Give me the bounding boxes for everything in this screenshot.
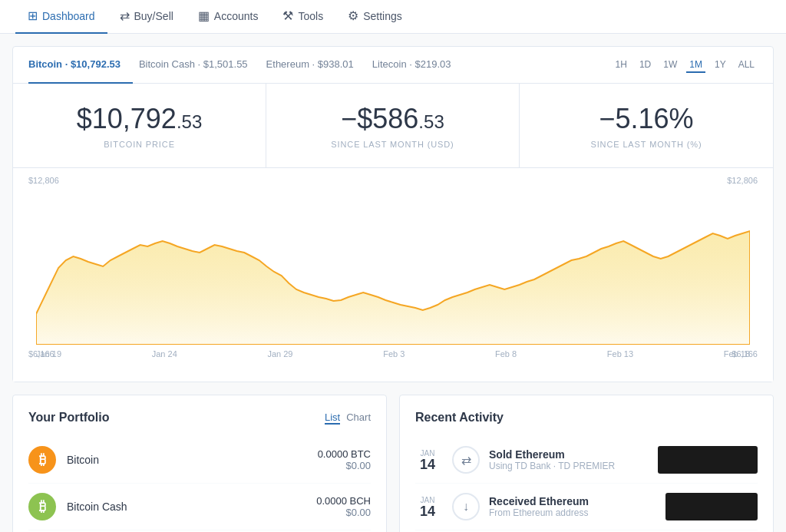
activity-subtitle-1: From Ethereum address bbox=[489, 507, 665, 518]
tab-bitcoin[interactable]: Bitcoin · $10,792.53 bbox=[28, 47, 133, 84]
bitcoin-price-value: $10,792.53 bbox=[36, 102, 243, 135]
bch-name: Bitcoin Cash bbox=[67, 501, 316, 513]
activity-date-1: JAN 14 bbox=[415, 496, 440, 518]
time-filters: 1H 1D 1W 1M 1Y ALL bbox=[613, 58, 758, 73]
portfolio-chart-view[interactable]: Chart bbox=[346, 411, 371, 425]
bitcoin-amount: 0.0000 BTC bbox=[318, 448, 371, 460]
nav-settings-label: Settings bbox=[363, 10, 402, 22]
filter-1d[interactable]: 1D bbox=[636, 58, 654, 73]
activity-item-1: JAN 14 ↓ Received Ethereum From Ethereum… bbox=[415, 484, 758, 530]
chart-svg bbox=[36, 176, 750, 345]
activity-title-0: Sold Ethereum bbox=[489, 448, 658, 461]
bch-amount: 0.0000 BCH bbox=[316, 495, 371, 507]
tab-bitcoin-cash[interactable]: Bitcoin Cash · $1,501.55 bbox=[139, 47, 260, 84]
top-nav: ⊞ Dashboard ⇄ Buy/Sell ▦ Accounts ⚒ Tool… bbox=[0, 0, 786, 34]
accounts-icon: ▦ bbox=[198, 8, 210, 23]
nav-dashboard[interactable]: ⊞ Dashboard bbox=[15, 0, 107, 34]
activity-amount-0 bbox=[658, 446, 758, 474]
activity-title-1: Received Ethereum bbox=[489, 495, 665, 507]
filter-all[interactable]: ALL bbox=[735, 58, 758, 73]
x-label-3: Feb 3 bbox=[383, 349, 405, 359]
portfolio-item-bch[interactable]: ₿ Bitcoin Cash 0.0000 BCH $0.00 bbox=[28, 484, 371, 530]
chart-x-labels: Jan 19 Jan 24 Jan 29 Feb 3 Feb 8 Feb 13 … bbox=[28, 345, 758, 359]
dashboard-icon: ⊞ bbox=[28, 8, 38, 23]
activity-panel: Recent Activity JAN 14 ⇄ Sold Ethereum U… bbox=[399, 395, 774, 532]
since-usd-value: −$586.53 bbox=[289, 102, 496, 135]
y-right-high: $12,806 bbox=[727, 176, 758, 185]
activity-info-1: Received Ethereum From Ethereum address bbox=[489, 495, 665, 518]
portfolio-view-options: List Chart bbox=[325, 411, 371, 425]
nav-tools-label: Tools bbox=[298, 10, 323, 22]
activity-sold-icon: ⇄ bbox=[452, 446, 480, 474]
activity-day-0: 14 bbox=[415, 458, 440, 471]
y-low: $6,166 bbox=[28, 349, 59, 359]
filter-1h[interactable]: 1H bbox=[613, 58, 630, 73]
tools-icon: ⚒ bbox=[282, 8, 293, 23]
since-usd-label: SINCE LAST MONTH (USD) bbox=[289, 140, 496, 149]
portfolio-list-view[interactable]: List bbox=[325, 411, 340, 425]
portfolio-item-bitcoin[interactable]: ₿ Bitcoin 0.0000 BTC $0.00 bbox=[28, 437, 371, 484]
activity-header: Recent Activity bbox=[415, 411, 758, 425]
bch-balance: 0.0000 BCH $0.00 bbox=[316, 495, 371, 518]
nav-accounts[interactable]: ▦ Accounts bbox=[186, 0, 271, 34]
stat-since-last-month-usd: −$586.53 SINCE LAST MONTH (USD) bbox=[266, 84, 520, 167]
nav-accounts-label: Accounts bbox=[214, 10, 259, 22]
settings-icon: ⚙ bbox=[348, 8, 358, 23]
tab-litecoin[interactable]: Litecoin · $219.03 bbox=[372, 47, 464, 84]
chart-card: Bitcoin · $10,792.53 Bitcoin Cash · $1,5… bbox=[12, 46, 774, 382]
nav-buysell-label: Buy/Sell bbox=[134, 10, 173, 22]
bitcoin-usd: $0.00 bbox=[318, 460, 371, 471]
filter-1w[interactable]: 1W bbox=[660, 58, 680, 73]
activity-date-0: JAN 14 bbox=[415, 449, 440, 471]
since-pct-label: SINCE LAST MONTH (%) bbox=[543, 140, 750, 149]
chart-y-labels: $12,806 $6,166 bbox=[28, 176, 59, 359]
activity-received-icon: ↓ bbox=[452, 493, 480, 520]
nav-buysell[interactable]: ⇄ Buy/Sell bbox=[107, 0, 186, 34]
nav-dashboard-label: Dashboard bbox=[42, 10, 95, 22]
stat-since-last-month-pct: −5.16% SINCE LAST MONTH (%) bbox=[520, 84, 773, 167]
x-label-4: Feb 8 bbox=[495, 349, 517, 359]
x-label-1: Jan 24 bbox=[152, 349, 177, 359]
bitcoin-name: Bitcoin bbox=[67, 454, 318, 466]
portfolio-header: Your Portfolio List Chart bbox=[28, 411, 371, 425]
portfolio-title: Your Portfolio bbox=[28, 411, 109, 425]
currency-tabs: Bitcoin · $10,792.53 Bitcoin Cash · $1,5… bbox=[13, 47, 773, 84]
nav-tools[interactable]: ⚒ Tools bbox=[270, 0, 335, 34]
chart-area: $12,806 $6,166 $12,806 $6,166 bbox=[13, 168, 773, 382]
y-right-low: $6,166 bbox=[727, 349, 758, 359]
stat-bitcoin-price: $10,792.53 BITCOIN PRICE bbox=[13, 84, 266, 167]
since-pct-value: −5.16% bbox=[543, 102, 750, 135]
y-high: $12,806 bbox=[28, 176, 59, 185]
bitcoin-icon: ₿ bbox=[28, 446, 56, 474]
nav-settings[interactable]: ⚙ Settings bbox=[335, 0, 414, 34]
buysell-icon: ⇄ bbox=[120, 8, 130, 23]
chart-y-labels-right: $12,806 $6,166 bbox=[727, 176, 758, 359]
bitcoin-balance: 0.0000 BTC $0.00 bbox=[318, 448, 371, 471]
stats-row: $10,792.53 BITCOIN PRICE −$586.53 SINCE … bbox=[13, 84, 773, 168]
tab-ethereum[interactable]: Ethereum · $938.01 bbox=[266, 47, 366, 84]
bch-icon: ₿ bbox=[28, 493, 56, 520]
bch-usd: $0.00 bbox=[316, 507, 371, 518]
activity-amount-1 bbox=[665, 493, 758, 520]
activity-day-1: 14 bbox=[415, 504, 440, 518]
filter-1m[interactable]: 1M bbox=[686, 58, 705, 73]
x-label-5: Feb 13 bbox=[607, 349, 633, 359]
portfolio-panel: Your Portfolio List Chart ₿ Bitcoin 0.00… bbox=[12, 395, 387, 532]
main-content: Bitcoin · $10,792.53 Bitcoin Cash · $1,5… bbox=[0, 34, 786, 532]
bitcoin-price-label: BITCOIN PRICE bbox=[36, 140, 243, 149]
x-label-2: Jan 29 bbox=[267, 349, 292, 359]
filter-1y[interactable]: 1Y bbox=[712, 58, 729, 73]
activity-subtitle-0: Using TD Bank · TD PREMIER bbox=[489, 461, 658, 471]
activity-info-0: Sold Ethereum Using TD Bank · TD PREMIER bbox=[489, 448, 658, 471]
activity-item-0: JAN 14 ⇄ Sold Ethereum Using TD Bank · T… bbox=[415, 437, 758, 484]
activity-title: Recent Activity bbox=[415, 411, 504, 425]
bottom-panels: Your Portfolio List Chart ₿ Bitcoin 0.00… bbox=[12, 395, 774, 532]
